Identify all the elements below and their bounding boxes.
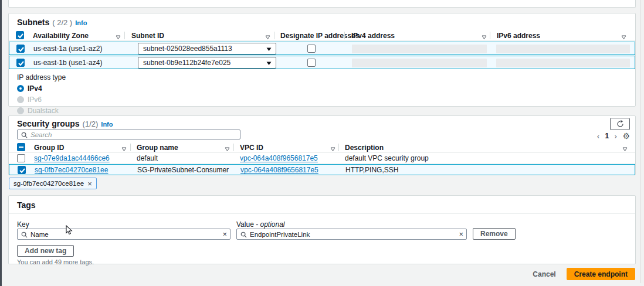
col-vpc-id: VPC ID (240, 144, 263, 152)
value-label-optional: optional (260, 220, 284, 229)
column-divider (233, 144, 234, 151)
radio-option-ipv4[interactable]: IPv4 (17, 84, 66, 93)
group-name-value: SG-PrivateSubnet-Consumer (137, 166, 229, 174)
tag-value-field[interactable]: × (236, 229, 467, 240)
token-dismiss-icon[interactable]: × (87, 179, 92, 188)
subnet-row[interactable]: us-east-1a (use1-az2) subnet-025028eed85… (9, 42, 635, 55)
col-ipv4-address: IPv4 address (351, 32, 395, 40)
search-icon (21, 132, 28, 138)
tag-value-input[interactable] (250, 229, 455, 239)
tag-key-input[interactable] (30, 229, 218, 239)
check-icon (16, 32, 25, 40)
cancel-button[interactable]: Cancel (533, 270, 555, 278)
sort-icon[interactable] (330, 145, 335, 150)
subnets-section: Subnets ( 2/2 ) Info Availability Zone S… (8, 13, 636, 107)
radio-label: IPv6 (28, 96, 42, 104)
column-divider (344, 32, 345, 39)
ipv4-address-field-disabled (352, 45, 487, 53)
column-divider (130, 144, 131, 151)
radio-disabled-icon (17, 96, 24, 103)
previous-section-bottom (8, 0, 636, 8)
radio-option-ipv6: IPv6 (17, 96, 66, 104)
designate-ip-checkbox[interactable] (307, 45, 316, 53)
security-groups-info-link[interactable]: Info (101, 121, 113, 128)
subnet-id-select[interactable]: subnet-0b9e112b24fe7e025 (138, 57, 276, 69)
chevron-down-icon (266, 47, 272, 52)
sort-icon[interactable] (121, 145, 126, 150)
radio-label: Dualstack (28, 107, 59, 115)
check-icon (17, 59, 25, 67)
subnets-select-all-checkbox[interactable] (16, 31, 24, 39)
col-subnet-id: Subnet ID (131, 32, 164, 40)
description-value: HTTP,PING,SSH (345, 166, 398, 174)
security-groups-search[interactable] (17, 130, 240, 139)
col-group-name: Group name (137, 144, 178, 152)
divider (9, 213, 635, 214)
next-page-icon[interactable]: › (614, 132, 617, 141)
column-divider (274, 32, 274, 39)
clear-key-icon[interactable]: × (222, 230, 227, 239)
table-settings-gear-icon[interactable]: ⚙ (622, 131, 630, 141)
security-group-row[interactable]: sg-0fb7ec04270ce81ee SG-PrivateSubnet-Co… (9, 164, 635, 175)
sort-icon[interactable] (482, 33, 486, 38)
ip-address-type-label: IP address type (17, 73, 66, 81)
column-divider (490, 32, 490, 39)
vpc-id-link[interactable]: vpc-064a408f9656817e5 (240, 154, 318, 162)
group-name-value: default (137, 154, 158, 162)
tag-key-label: Key (17, 220, 29, 229)
security-groups-count: (1/2) (83, 120, 99, 128)
clear-value-icon[interactable]: × (459, 230, 463, 239)
sort-icon[interactable] (265, 33, 270, 38)
value-label-text: Value - (236, 220, 258, 229)
radio-disabled-icon (17, 107, 24, 114)
row-checkbox[interactable] (17, 154, 25, 162)
token-label: sg-0fb7ec04270ce81ee (13, 180, 84, 187)
sort-icon[interactable] (621, 33, 626, 38)
security-group-row[interactable]: sg-07e9da1ac44466ce6 default vpc-064a408… (9, 154, 635, 164)
previous-page-icon[interactable]: ‹ (596, 132, 599, 141)
vpc-id-link[interactable]: vpc-064a408f9656817e5 (240, 166, 318, 174)
subnet-id-select[interactable]: subnet-025028eed855a1113 (138, 43, 276, 55)
group-id-link[interactable]: sg-0fb7ec04270ce81ee (35, 166, 108, 174)
row-checkbox[interactable] (18, 166, 26, 174)
refresh-button[interactable] (610, 118, 630, 130)
add-new-tag-button[interactable]: Add new tag (17, 245, 74, 257)
create-endpoint-button[interactable]: Create endpoint (567, 268, 635, 280)
sort-icon[interactable] (116, 33, 120, 38)
scrollbar-track[interactable] (640, 0, 644, 283)
ipv4-address-field-disabled (352, 59, 487, 67)
col-designate-ip: Designate IP addresses (280, 32, 360, 40)
row-checkbox[interactable] (16, 45, 25, 53)
ipv6-address-field-disabled (496, 45, 630, 53)
current-page[interactable]: 1 (605, 132, 609, 140)
availability-zone-value: us-east-1b (use1-az4) (33, 59, 102, 67)
search-input[interactable] (30, 130, 228, 139)
subnet-row[interactable]: us-east-1b (use1-az4) subnet-0b9e112b24f… (9, 56, 635, 69)
table-pagination: ‹ 1 › ⚙ (596, 131, 630, 141)
window-left-edge (0, 0, 2, 286)
selected-security-group-token[interactable]: sg-0fb7ec04270ce81ee × (9, 178, 97, 189)
security-groups-section: Security groups (1/2) Info ‹ 1 › ⚙ (8, 115, 636, 175)
group-id-link[interactable]: sg-07e9da1ac44466ce6 (34, 154, 110, 162)
subnets-info-link[interactable]: Info (75, 19, 87, 26)
radio-selected-icon (17, 85, 24, 92)
sort-icon[interactable] (622, 145, 627, 150)
column-divider (124, 32, 125, 39)
availability-zone-value: us-east-1a (use1-az2) (33, 45, 102, 53)
col-group-id: Group ID (34, 144, 64, 152)
column-divider (338, 144, 339, 151)
select-all-checkbox-indeterminate[interactable] (17, 143, 25, 151)
search-icon (21, 231, 28, 238)
row-checkbox[interactable] (16, 59, 25, 67)
remove-tag-button[interactable]: Remove (473, 228, 516, 240)
form-actions: Cancel Create endpoint (533, 268, 635, 280)
col-description: Description (345, 144, 384, 152)
sort-icon[interactable] (225, 145, 229, 150)
subnets-title: Subnets (17, 18, 49, 27)
vpc-endpoint-create-page: Subnets ( 2/2 ) Info Availability Zone S… (0, 0, 644, 286)
designate-ip-checkbox[interactable] (307, 59, 316, 67)
ip-address-type-group: IP address type IPv4 IPv6 Dualstack (17, 73, 66, 115)
tag-key-field[interactable]: × (17, 229, 231, 240)
security-groups-table-header: Group ID Group name VPC ID Description (9, 142, 635, 153)
ipv6-address-field-disabled (496, 59, 630, 67)
